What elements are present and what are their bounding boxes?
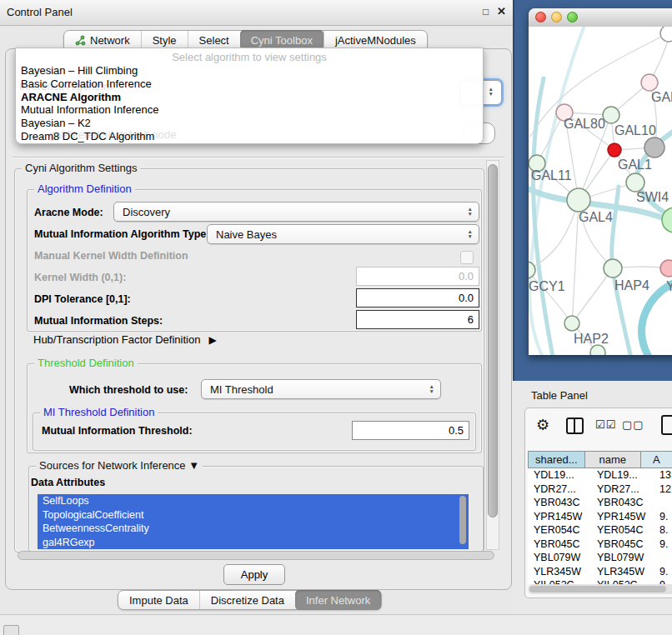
mi-threshold-frame: MI Threshold Definition Mutual Informati… — [33, 412, 476, 451]
table-cell: 9. — [659, 510, 668, 524]
spinner-arrows-icon — [489, 87, 494, 97]
which-threshold-value: MI Threshold — [210, 383, 273, 396]
network-node[interactable] — [567, 188, 590, 212]
gear-icon[interactable]: ⚙ — [536, 416, 549, 434]
table-cell: YIL052C — [534, 578, 574, 584]
scrollbar-thumb[interactable] — [488, 164, 498, 518]
algorithm-dropdown-popup: Inference Algorithm gal-filtered sif def… — [15, 48, 484, 144]
table-row[interactable]: YBR043CYBR043C — [528, 496, 672, 510]
table-row[interactable]: YBR045CYBR045C9. — [528, 538, 672, 552]
tab-infer-network[interactable]: Infer Network — [295, 590, 381, 610]
popup-hint: Select algorithm to view settings — [16, 51, 483, 63]
table-cell: YER054C — [534, 523, 580, 538]
tab-network[interactable]: Network — [64, 31, 141, 49]
zoom-traffic-light[interactable] — [567, 12, 578, 22]
scrollbar-thumb[interactable] — [529, 586, 666, 592]
network-node-label: GCY1 — [529, 279, 565, 293]
table-cell: YBR043C — [534, 496, 580, 510]
mi-threshold-title: MI Threshold Definition — [40, 406, 158, 418]
table-cell: YBR043C — [597, 496, 644, 510]
mi-steps-input[interactable] — [356, 310, 479, 329]
algorithm-option[interactable]: Bayesian – Hill Climbing — [19, 64, 479, 78]
column-header-shared-name[interactable]: shared... — [529, 452, 585, 468]
attribute-list[interactable]: SelfLoops TopologicalCoefficient Between… — [38, 494, 469, 549]
horizontal-scrollbar[interactable] — [18, 551, 494, 560]
minimize-traffic-light[interactable] — [551, 12, 562, 22]
network-node[interactable] — [608, 143, 621, 157]
algorithm-option[interactable]: Basic Correlation Inference — [19, 78, 479, 91]
column-header-partial[interactable]: A — [641, 452, 672, 468]
tab-discretize-data[interactable]: Discretize Data — [199, 591, 295, 609]
manual-kernel-checkbox[interactable] — [460, 251, 474, 264]
aracne-mode-value: Discovery — [123, 206, 170, 218]
hub-definition-expander[interactable]: Hub/Transcription Factor Definition▶ — [33, 333, 217, 346]
spinner-arrows-icon — [468, 229, 473, 239]
network-node[interactable] — [590, 345, 605, 355]
table-horizontal-scrollbar[interactable] — [528, 584, 672, 594]
table-cell: YIL052C — [597, 578, 638, 584]
algorithm-option[interactable]: Dream8 DC_TDC Algorithm — [19, 130, 479, 143]
spinner-arrows-icon — [468, 207, 473, 217]
apply-button[interactable]: Apply — [223, 564, 285, 585]
table-cell: YLR345W — [534, 565, 581, 579]
tab-style[interactable]: Style — [141, 31, 188, 49]
tab-select[interactable]: Select — [188, 31, 240, 49]
column-header-name[interactable]: name — [585, 452, 642, 468]
table-row[interactable]: YIL052CYIL052C9 — [528, 578, 672, 584]
tab-impute-data[interactable]: Impute Data — [118, 591, 199, 609]
network-node[interactable] — [644, 138, 664, 158]
mit-input[interactable] — [352, 421, 469, 440]
tab-network-label: Network — [90, 34, 130, 47]
kernel-width-input[interactable] — [356, 267, 479, 286]
table-row[interactable]: YPR145WYPR145W9. — [528, 510, 672, 524]
dpi-tolerance-input[interactable] — [356, 288, 479, 308]
table-cell: YDL19... — [597, 468, 638, 482]
attribute-item[interactable]: TopologicalCoefficient — [38, 508, 469, 522]
minimized-panel-icon[interactable] — [3, 625, 19, 635]
table-row[interactable]: YBL079WYBL079W — [528, 551, 672, 565]
network-node[interactable] — [529, 262, 535, 278]
mi-type-select[interactable]: Naive Bayes — [207, 224, 479, 244]
aracne-mode-select[interactable]: Discovery — [113, 202, 479, 222]
network-node[interactable] — [564, 316, 579, 331]
which-threshold-select[interactable]: MI Threshold — [201, 379, 441, 399]
algorithm-option-selected[interactable]: ARACNE Algorithm — [19, 91, 479, 104]
network-node[interactable] — [660, 27, 672, 42]
threshold-definition-frame: Threshold Definition Which threshold to … — [27, 363, 482, 453]
network-node-label: GAL11 — [531, 168, 572, 182]
sources-title[interactable]: Sources for Network Inference ▼ — [36, 459, 203, 472]
algorithm-definition-frame: Algorithm Definition Aracne Mode: Discov… — [27, 189, 482, 332]
network-canvas[interactable]: GALGAL80GAL10GAL1GAL11SWI4GAL4GCY1HAP4YH… — [529, 27, 672, 355]
table-row[interactable]: YDL19...YDL19...13 — [528, 468, 672, 482]
tab-jactivemnodules[interactable]: jActiveMNodules — [323, 31, 427, 49]
list-scrollbar[interactable] — [459, 496, 466, 544]
table-cell: YER054C — [597, 523, 644, 538]
columns-icon[interactable] — [566, 418, 584, 434]
show-columns-icon[interactable]: ☑☑ — [595, 418, 616, 431]
attribute-item[interactable]: gal4RGexp — [38, 536, 469, 550]
network-node[interactable] — [641, 74, 658, 91]
hide-columns-icon[interactable]: ▢▢ — [622, 418, 644, 431]
close-traffic-light[interactable] — [535, 12, 546, 22]
table-row[interactable]: YER054CYER054C8. — [528, 523, 672, 538]
table-body[interactable]: YDL19...YDL19...13YDR27...YDR27...12YBR0… — [528, 468, 672, 584]
network-node[interactable] — [626, 173, 644, 192]
float-panel-icon[interactable]: □ — [483, 6, 489, 18]
export-table-icon[interactable] — [661, 415, 672, 435]
cyni-algorithm-settings-frame: Cyni Algorithm Settings Algorithm Defini… — [14, 168, 484, 552]
attribute-item[interactable]: SelfLoops — [38, 494, 469, 508]
algorithm-option[interactable]: Bayesian – K2 — [19, 117, 479, 130]
table-cell: 8. — [659, 523, 668, 538]
network-node[interactable] — [603, 107, 619, 123]
table-row[interactable]: YLR345WYLR345W9. — [528, 565, 672, 579]
table-row[interactable]: YDR27...YDR27...12 — [528, 482, 672, 497]
network-window-titlebar[interactable] — [529, 8, 672, 28]
threshold-definition-title: Threshold Definition — [34, 357, 138, 369]
network-node-label: HAP2 — [574, 332, 609, 346]
settings-vertical-scrollbar[interactable] — [486, 160, 499, 550]
attribute-item[interactable]: BetweennessCentrality — [38, 522, 469, 536]
algorithm-option[interactable]: Mutual Information Inference — [19, 103, 479, 117]
close-panel-icon[interactable]: ✕ — [497, 5, 506, 18]
network-node[interactable] — [660, 260, 672, 277]
network-node[interactable] — [604, 259, 622, 278]
